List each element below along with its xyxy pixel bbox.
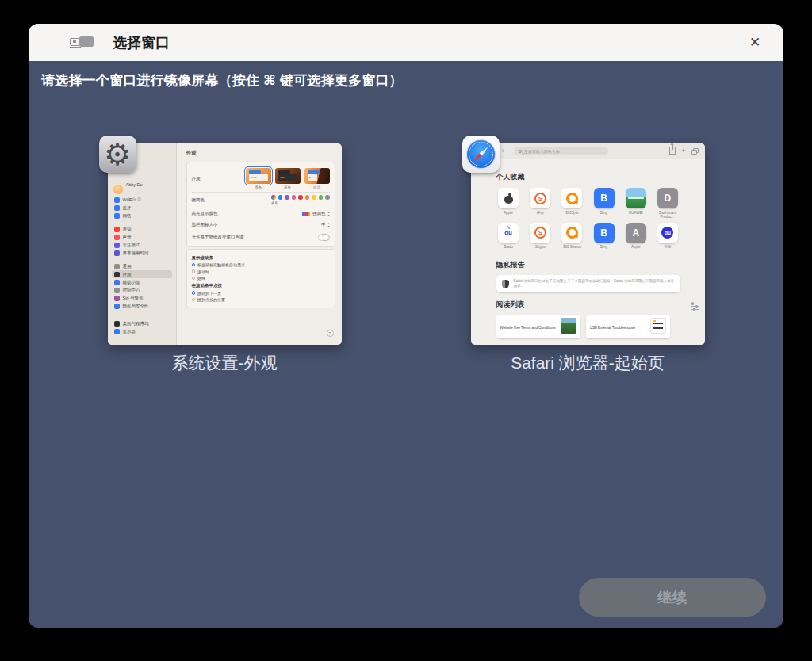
continue-button[interactable]: 继续 [579, 578, 766, 617]
window-thumbnails-row: ⚙ Abby Du Apple ID [29, 143, 783, 374]
accent-color-picker: 多彩 [271, 195, 330, 205]
radio-icon [192, 298, 196, 302]
reading-item-terms: Website Use Terms and Conditions apple.c… [496, 315, 580, 338]
favorite-sogou-2: SSogou [528, 223, 553, 254]
dialog-title: 选择窗口 [113, 33, 170, 52]
sidebar-item-wifi: Wi-Fi [112, 196, 172, 204]
dialog-body: 请选择一个窗口进行镜像屏幕（按住 ⌘ 键可选择更多窗口） ⚙ Abby Du [29, 61, 783, 628]
bluetooth-icon [114, 205, 120, 211]
favorite-bing: BBing [592, 188, 616, 219]
theme-dark: ●●● 深色 [275, 168, 301, 189]
screen-time-icon [114, 250, 120, 256]
gear-icon: ⚙ [104, 139, 131, 170]
theme-light: ●●● 浅色 [246, 168, 271, 189]
favorite-apple: Apple [496, 188, 521, 219]
favorite-360-search: 360 Search [560, 223, 584, 254]
safari-window-preview: ⌄ ‹ › 搜索或输入网站名称 + [471, 143, 705, 345]
favorite-baidu-2: du百度 [655, 223, 680, 254]
favorite-sogou: S搜狗 [528, 188, 553, 219]
sound-icon [114, 235, 120, 240]
apple-icon [498, 188, 519, 208]
help-icon: ? [327, 330, 334, 337]
safari-app-icon [462, 136, 500, 173]
stepper-icon: ▴▾ [327, 211, 329, 217]
baidu-icon: 🐾du [498, 223, 519, 243]
accent-dot-graphite [325, 195, 330, 200]
customize-start-page-icon [691, 301, 699, 311]
highlight-color-label: 高亮显示颜色 [192, 211, 218, 216]
screen-mirroring-icon [70, 36, 98, 50]
sidebar-item-appearance-selected: 外观 [112, 270, 172, 278]
scrollbar-option-auto: 根据鼠标或触控板自动显示 [192, 262, 330, 267]
favorite-360: 360导航 [560, 188, 584, 219]
accent-dot-blue [278, 195, 283, 200]
control-center-icon [114, 288, 120, 293]
scroll-click-option-jump-spot: 跳到点按的位置 [192, 297, 330, 302]
sidebar-size-label: 边栏图标大小 [192, 222, 218, 227]
favorite-bing-2: BBing [592, 223, 616, 254]
network-icon [114, 213, 120, 219]
favorite-dashboard: DDashboard Produc… [655, 188, 680, 219]
settings-main-panel: 外观 外观 ●●● 浅色 [177, 143, 342, 345]
privacy-report-text: Safari 浏览器已在过去 7 天内阻止了 7 个跟踪器对你进行画像。Safa… [514, 279, 675, 288]
favorite-apple-2: AApple [623, 223, 648, 254]
window-thumbnail-system-settings[interactable]: ⚙ Abby Du Apple ID [108, 143, 342, 374]
sidebar-item-accessibility: 辅助功能 [112, 278, 172, 286]
accessibility-icon [114, 280, 120, 285]
favorites-heading: 个人收藏 [496, 172, 680, 182]
highlight-color-select: 强调色 ▴▾ [302, 211, 330, 217]
sidebar-item-desktop-dock: 桌面与程序坞 [112, 319, 172, 327]
privacy-report-card: Safari 浏览器已在过去 7 天内阻止了 7 个跟踪器对你进行画像。Safa… [496, 275, 680, 292]
safari-start-page: 个人收藏 Apple S搜狗 360导航 BBing HUAWEI DDashb… [496, 159, 680, 345]
account-name: Abby Du [126, 182, 143, 187]
notifications-icon [114, 227, 120, 232]
thumbnail-caption-safari: Safari 浏览器-起始页 [471, 352, 705, 374]
bing-icon: B [594, 223, 615, 243]
reading-thumb-photo [561, 318, 576, 334]
focus-icon [114, 243, 120, 248]
sidebar-item-displays: 显示器 [112, 327, 172, 335]
forward-icon: › [502, 147, 504, 155]
radio-icon [192, 277, 196, 281]
sidebar-item-network: 网络 [112, 212, 172, 220]
shield-icon [502, 280, 509, 288]
sidebar-item-sound: 声音 [112, 233, 172, 241]
reading-item-usb: USB External Troubleshooter apple.com [586, 315, 670, 338]
favorite-huawei: HUAWEI [623, 188, 648, 219]
scrollbar-option-always: 始终 [192, 276, 330, 281]
dialog-titlebar: 选择窗口 ✕ [29, 24, 783, 61]
window-thumbnail-safari[interactable]: ⌄ ‹ › 搜索或输入网站名称 + [471, 143, 705, 374]
scrollbar-option-when-scrolling: 滚动时 [192, 269, 330, 274]
system-settings-window-preview: Abby Du Apple ID Wi-Fi 蓝牙 网络 通知 [108, 143, 342, 345]
address-bar-placeholder: 搜索或输入网站名称 [524, 149, 560, 154]
scrollbar-card: 显示滚动条 根据鼠标或触控板自动显示 滚动时 始终 在滚动条中点按 跳转到下一页… [186, 249, 335, 308]
accent-caption: 多彩 [271, 201, 330, 205]
theme-picker: ●●● 浅色 ●●● 深色 ●● [246, 168, 330, 189]
sidebar-item-control-center: 控制中心 [112, 286, 172, 294]
wifi-icon [114, 197, 120, 203]
sidebar-item-notifications: 通知 [112, 225, 172, 233]
sidebar-item-focus: 专注模式 [112, 241, 172, 249]
appearance-icon [114, 272, 120, 277]
sogou-icon: S [530, 223, 550, 243]
baidu-badge-icon: du [657, 223, 678, 243]
close-icon[interactable]: ✕ [746, 34, 764, 52]
photo-icon [626, 188, 646, 208]
accent-dot-pink [292, 195, 297, 200]
sogou-icon: S [530, 188, 550, 208]
appearance-row-label: 外观 [192, 176, 201, 181]
radio-icon [192, 269, 196, 273]
accent-dot-purple [285, 195, 289, 200]
settings-sidebar: Abby Du Apple ID Wi-Fi 蓝牙 网络 通知 [108, 143, 177, 345]
sidebar-item-bluetooth: 蓝牙 [112, 204, 172, 212]
desktop-dock-icon [114, 321, 120, 327]
360-icon [561, 223, 582, 243]
new-tab-icon: + [681, 147, 685, 155]
avatar [113, 185, 123, 194]
address-bar: 搜索或输入网站名称 [515, 147, 608, 155]
scrollbar-section-label: 显示滚动条 [192, 255, 330, 261]
reading-thumb-doc [650, 318, 666, 334]
general-icon [114, 264, 120, 269]
select-window-dialog: 选择窗口 ✕ 请选择一个窗口进行镜像屏幕（按住 ⌘ 键可选择更多窗口） ⚙ [29, 24, 783, 628]
displays-icon [114, 329, 120, 334]
